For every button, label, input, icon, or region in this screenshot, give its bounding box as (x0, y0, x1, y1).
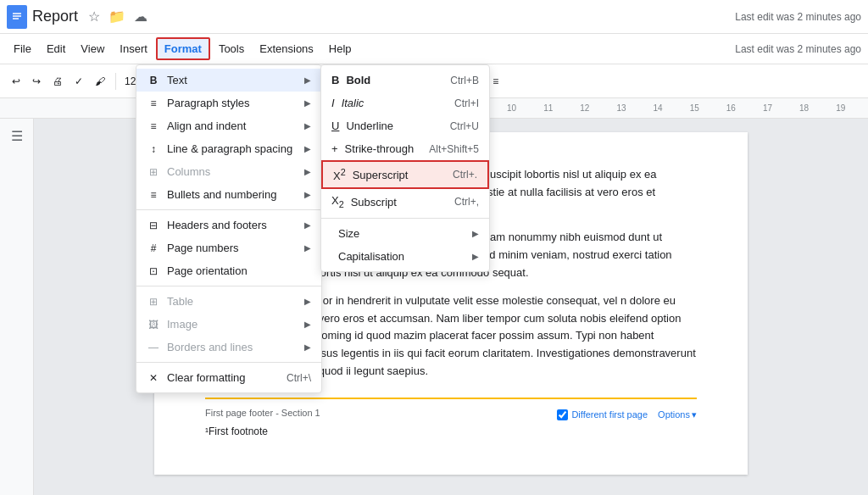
format-menu-divider-2 (136, 286, 321, 286)
text-submenu-dropdown: B Bold Ctrl+B I Italic Ctrl+I U Underlin… (320, 64, 490, 272)
print-button[interactable]: 🖨 (47, 72, 68, 91)
format-menu-item-line-spacing[interactable]: ↕ Line & paragraph spacing ▶ (136, 137, 321, 160)
page-numbers-icon: # (147, 242, 160, 254)
cloud-save-icon: ☁ (134, 8, 147, 25)
bullets-left: ≡ Bullets and numbering (147, 188, 276, 201)
last-edit-label: Last edit was 2 minutes ago (735, 11, 861, 23)
columns-icon: ⊞ (147, 166, 160, 178)
text-submenu-bold[interactable]: B Bold Ctrl+B (321, 69, 489, 92)
text-submenu-subscript[interactable]: X2 Subscript Ctrl+, (321, 189, 489, 214)
menu-insert[interactable]: Insert (113, 39, 154, 58)
paragraph-styles-label: Paragraph styles (167, 97, 250, 109)
underline-shortcut: Ctrl+U (450, 120, 479, 132)
star-icon[interactable]: ☆ (88, 8, 100, 25)
menu-help[interactable]: Help (322, 39, 359, 58)
size-label: Size (338, 227, 359, 240)
text-submenu-italic[interactable]: I Italic Ctrl+I (321, 92, 489, 114)
justify-btn[interactable]: ≡ (487, 72, 504, 91)
format-menu-item-paragraph-styles[interactable]: ≡ Paragraph styles ▶ (136, 92, 321, 114)
subscript-left: X2 Subscript (331, 194, 397, 209)
italic-label: Italic (342, 97, 364, 109)
superscript-icon: X2 (333, 167, 346, 182)
format-menu-item-columns: ⊞ Columns ▶ (136, 160, 321, 183)
borders-arrow: ▶ (304, 342, 311, 352)
footer-options-bar: First page footer - Section 1 Different … (205, 406, 697, 425)
svg-rect-0 (11, 9, 23, 25)
different-first-page-input[interactable] (557, 409, 568, 420)
image-arrow: ▶ (304, 320, 311, 329)
paragraph-styles-icon: ≡ (147, 97, 160, 109)
text-submenu-strikethrough[interactable]: + Strike-through Alt+Shift+5 (321, 137, 489, 160)
options-label: Options (658, 408, 690, 423)
bullets-label: Bullets and numbering (167, 188, 276, 201)
menu-format[interactable]: Format (156, 37, 210, 60)
clear-icon: ✕ (147, 372, 160, 384)
format-menu-item-clear[interactable]: ✕ Clear formatting Ctrl+\ (136, 366, 321, 389)
paragraph-styles-arrow: ▶ (304, 98, 311, 108)
format-menu-item-align[interactable]: ≡ Align and indent ▶ (136, 114, 321, 137)
format-menu-item-bullets[interactable]: ≡ Bullets and numbering ▶ (136, 183, 321, 206)
underline-left: U Underline (331, 120, 393, 132)
bullets-arrow: ▶ (304, 190, 311, 199)
document-title[interactable]: Report (32, 8, 78, 25)
page-numbers-left: # Page numbers (147, 242, 239, 254)
menu-file[interactable]: File (7, 39, 38, 58)
redo-button[interactable]: ↪ (27, 72, 46, 91)
columns-arrow: ▶ (304, 167, 311, 176)
format-menu-item-headers[interactable]: ⊟ Headers and footers ▶ (136, 214, 321, 236)
menu-extensions[interactable]: Extensions (253, 39, 320, 58)
table-arrow: ▶ (304, 297, 311, 306)
title-bar-left: Report ☆ 📁 ☁ (7, 5, 149, 29)
superscript-shortcut: Ctrl+. (453, 169, 477, 181)
sidebar-icon-1[interactable]: ☰ (7, 125, 27, 146)
line-spacing-left: ↕ Line & paragraph spacing (147, 142, 292, 155)
line-spacing-icon: ↕ (147, 143, 160, 155)
subscript-label: Subscript (351, 196, 397, 209)
folder-icon[interactable]: 📁 (108, 8, 125, 25)
format-menu-item-text[interactable]: B Text ▶ (136, 69, 321, 92)
text-submenu-size[interactable]: Size ▶ (321, 222, 489, 245)
format-menu-item-borders: — Borders and lines ▶ (136, 336, 321, 359)
undo-button[interactable]: ↩ (7, 72, 25, 91)
align-arrow: ▶ (304, 121, 311, 131)
text-bold-icon: B (147, 75, 160, 86)
headers-left: ⊟ Headers and footers (147, 219, 267, 231)
footer-options-button[interactable]: Options ▾ (658, 408, 697, 423)
menu-view[interactable]: View (74, 39, 111, 58)
headers-icon: ⊟ (147, 220, 160, 231)
borders-icon: — (147, 342, 160, 353)
bold-label: Bold (346, 74, 370, 86)
menu-tools[interactable]: Tools (212, 39, 251, 58)
text-submenu-divider-1 (321, 218, 489, 219)
paint-format-button[interactable]: 🖌 (90, 72, 110, 91)
page-numbers-label: Page numbers (167, 242, 239, 254)
format-menu-item-page-numbers[interactable]: # Page numbers ▶ (136, 236, 321, 259)
bold-shortcut: Ctrl+B (450, 75, 479, 86)
footer-controls: Different first page Options ▾ (557, 408, 697, 423)
footer-section: First page footer - Section 1 Different … (205, 398, 697, 441)
text-submenu-superscript[interactable]: X2 Superscript Ctrl+. (321, 160, 489, 189)
different-first-page-checkbox[interactable]: Different first page (557, 408, 648, 423)
capitalisation-arrow: ▶ (472, 252, 479, 261)
page-orientation-icon: ⊡ (147, 265, 160, 277)
footnote-text: ¹First footnote (205, 424, 697, 440)
image-icon: 🖼 (147, 319, 160, 331)
google-docs-icon (7, 5, 27, 29)
table-label: Table (167, 295, 193, 308)
page-orientation-left: ⊡ Page orientation (147, 264, 248, 277)
table-icon: ⊞ (147, 296, 160, 308)
strikethrough-left: + Strike-through (331, 142, 414, 155)
toolbar-separator-1 (115, 73, 116, 90)
title-bar: Report ☆ 📁 ☁ Last edit was 2 minutes ago (0, 0, 868, 34)
superscript-left: X2 Superscript (333, 167, 408, 182)
page-orientation-label: Page orientation (167, 264, 248, 277)
bold-icon: B (331, 74, 339, 86)
text-submenu-capitalisation[interactable]: Capitalisation ▶ (321, 245, 489, 268)
menu-edit[interactable]: Edit (40, 39, 72, 58)
page-numbers-arrow: ▶ (304, 243, 311, 253)
text-submenu-underline[interactable]: U Underline Ctrl+U (321, 114, 489, 137)
spell-check-button[interactable]: ✓ (70, 72, 88, 91)
format-menu-item-page-orientation[interactable]: ⊡ Page orientation (136, 259, 321, 282)
footer-section-label: First page footer - Section 1 (205, 406, 320, 421)
clear-shortcut: Ctrl+\ (287, 372, 311, 384)
